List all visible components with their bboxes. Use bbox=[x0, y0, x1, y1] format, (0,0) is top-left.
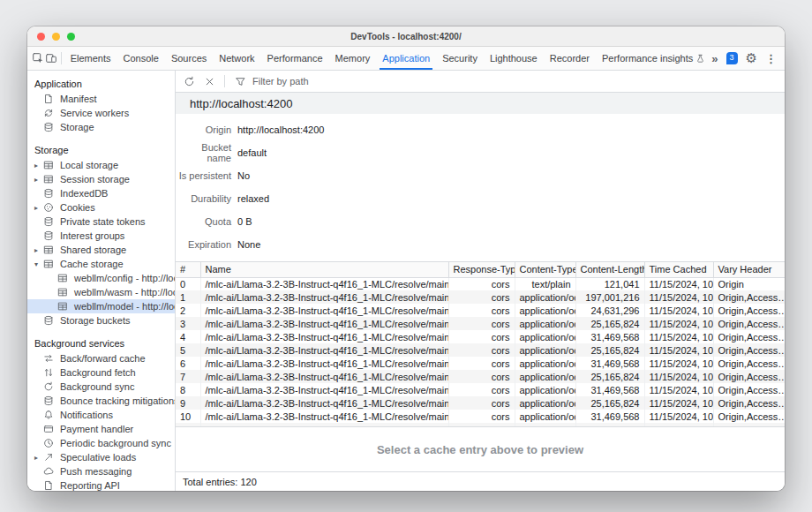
refresh-icon[interactable] bbox=[181, 73, 197, 89]
chevron-right-icon[interactable]: ▸ bbox=[34, 162, 43, 169]
cell-content-type: application/oc… bbox=[515, 290, 575, 304]
cell-vary-header: Origin bbox=[713, 277, 785, 290]
delete-icon[interactable] bbox=[201, 73, 217, 89]
console-messages-badge[interactable]: 3 bbox=[726, 52, 738, 64]
cell-name: /mlc-ai/Llama-3.2-3B-Instruct-q4f16_1-ML… bbox=[200, 343, 448, 357]
sidebar-item-periodic-background-sync[interactable]: Periodic background sync bbox=[27, 436, 175, 450]
sidebar-item-interest-groups[interactable]: Interest groups bbox=[27, 229, 175, 243]
sidebar-item-indexeddb[interactable]: IndexedDB bbox=[27, 186, 175, 200]
sidebar-item-reporting-api[interactable]: Reporting API bbox=[27, 478, 175, 491]
cell-content-type: application/oc… bbox=[515, 357, 575, 370]
tab-security[interactable]: Security bbox=[436, 47, 484, 70]
sync-arrows-icon bbox=[43, 381, 56, 393]
sidebar-item-session-storage[interactable]: ▸Session storage bbox=[27, 172, 175, 186]
cell-num: 5 bbox=[176, 343, 200, 357]
close-window-button[interactable] bbox=[37, 33, 45, 41]
sidebar-item-notifications[interactable]: Notifications bbox=[27, 408, 175, 422]
tab-elements[interactable]: Elements bbox=[64, 47, 117, 70]
column-header-name[interactable]: Name bbox=[200, 262, 448, 277]
cache-entry-row[interactable]: 10/mlc-ai/Llama-3.2-3B-Instruct-q4f16_1-… bbox=[176, 410, 785, 423]
tab-network[interactable]: Network bbox=[213, 47, 260, 70]
column-header-response-type[interactable]: Response-Type bbox=[448, 262, 515, 277]
chevron-right-icon[interactable]: ▸ bbox=[34, 454, 43, 462]
cache-entry-row[interactable]: 6/mlc-ai/Llama-3.2-3B-Instruct-q4f16_1-M… bbox=[176, 357, 785, 370]
sidebar-item-label: Cache storage bbox=[60, 259, 124, 269]
device-toolbar-icon[interactable] bbox=[45, 47, 59, 70]
sidebar-item-push-messaging[interactable]: Push messaging bbox=[27, 464, 175, 478]
cache-entry-row[interactable]: 2/mlc-ai/Llama-3.2-3B-Instruct-q4f16_1-M… bbox=[176, 304, 785, 317]
sidebar-item-back-forward-cache[interactable]: Back/forward cache bbox=[27, 351, 175, 365]
table-icon bbox=[57, 301, 71, 312]
tab-performance-insights[interactable]: Performance insights bbox=[596, 47, 711, 70]
sidebar-item-background-fetch[interactable]: Background fetch bbox=[27, 365, 175, 380]
cache-metadata: Originhttp://localhost:4200Bucket namede… bbox=[176, 114, 785, 261]
sidebar-item-webllm-wasm-http-loca[interactable]: webllm/wasm - http://loca… bbox=[27, 285, 175, 299]
section-title-storage: Storage bbox=[27, 141, 175, 158]
cache-entry-row[interactable]: 9/mlc-ai/Llama-3.2-3B-Instruct-q4f16_1-M… bbox=[176, 396, 785, 410]
sidebar-item-local-storage[interactable]: ▸Local storage bbox=[27, 158, 175, 172]
kebab-menu-icon[interactable]: ⋮ bbox=[765, 52, 777, 65]
sidebar-item-bounce-tracking-mitigations[interactable]: Bounce tracking mitigations bbox=[27, 394, 175, 408]
tab-performance[interactable]: Performance bbox=[261, 47, 329, 70]
chevron-right-icon[interactable]: ▸ bbox=[34, 246, 43, 254]
tab-recorder[interactable]: Recorder bbox=[544, 47, 596, 70]
cache-entry-row[interactable]: 1/mlc-ai/Llama-3.2-3B-Instruct-q4f16_1-M… bbox=[176, 290, 785, 304]
table-icon bbox=[43, 245, 56, 256]
cache-entry-row[interactable]: 8/mlc-ai/Llama-3.2-3B-Instruct-q4f16_1-M… bbox=[176, 383, 785, 396]
sidebar-item-label: Bounce tracking mitigations bbox=[60, 395, 175, 406]
meta-row-durability: Durabilityrelaxed bbox=[176, 187, 785, 210]
column-header-num[interactable]: # bbox=[176, 262, 200, 277]
inspect-icon[interactable] bbox=[31, 47, 45, 70]
zoom-window-button[interactable] bbox=[67, 33, 75, 41]
sidebar-item-shared-storage[interactable]: ▸Shared storage bbox=[27, 243, 175, 257]
more-tabs-icon[interactable]: » bbox=[711, 52, 718, 65]
cell-time-cached: 11/15/2024, 10… bbox=[644, 343, 713, 357]
sidebar-item-speculative-loads[interactable]: ▸Speculative loads bbox=[27, 450, 175, 464]
cache-entry-row[interactable]: 0/mlc-ai/Llama-3.2-3B-Instruct-q4f16_1-M… bbox=[176, 277, 785, 290]
column-header-content-length[interactable]: Content-Length bbox=[575, 262, 644, 277]
minimize-window-button[interactable] bbox=[52, 33, 60, 41]
cache-entry-row[interactable]: 3/mlc-ai/Llama-3.2-3B-Instruct-q4f16_1-M… bbox=[176, 317, 785, 330]
chevron-right-icon[interactable]: ▸ bbox=[34, 204, 43, 212]
filter-by-path-input[interactable] bbox=[252, 76, 455, 87]
sidebar-item-cookies[interactable]: ▸Cookies bbox=[27, 200, 175, 215]
sidebar-item-storage-buckets[interactable]: Storage buckets bbox=[27, 313, 175, 328]
settings-gear-icon[interactable]: ⚙ bbox=[746, 50, 757, 66]
sidebar-item-payment-handler[interactable]: Payment handler bbox=[27, 422, 175, 436]
cache-storage-panel: http://localhost:4200 Originhttp://local… bbox=[176, 71, 785, 491]
clock-icon bbox=[43, 438, 56, 449]
sidebar-item-label: Shared storage bbox=[60, 245, 126, 255]
table-icon bbox=[57, 273, 71, 284]
tab-label: Network bbox=[219, 53, 254, 64]
cookie-icon bbox=[43, 202, 56, 214]
filter-funnel-icon bbox=[232, 73, 248, 89]
sidebar-item-service-workers[interactable]: Service workers bbox=[27, 106, 175, 120]
cell-name: /mlc-ai/Llama-3.2-3B-Instruct-q4f16_1-ML… bbox=[200, 290, 448, 304]
cache-entry-row[interactable]: 7/mlc-ai/Llama-3.2-3B-Instruct-q4f16_1-M… bbox=[176, 370, 785, 383]
sidebar-item-private-state-tokens[interactable]: Private state tokens bbox=[27, 215, 175, 229]
cell-content-length: 31,469,568 bbox=[575, 383, 644, 396]
window-title: DevTools - localhost:4200/ bbox=[27, 32, 785, 41]
swap-arrows-icon bbox=[43, 353, 56, 365]
chevron-right-icon[interactable]: ▸ bbox=[34, 176, 43, 184]
tab-lighthouse[interactable]: Lighthouse bbox=[484, 47, 544, 70]
cache-entry-row[interactable]: 4/mlc-ai/Llama-3.2-3B-Instruct-q4f16_1-M… bbox=[176, 330, 785, 343]
column-header-vary-header[interactable]: Vary Header bbox=[713, 262, 785, 277]
sidebar-item-webllm-model-http-loc[interactable]: webllm/model - http://loc… bbox=[27, 299, 175, 313]
tab-application[interactable]: Application bbox=[376, 47, 436, 70]
column-header-time-cached[interactable]: Time Cached bbox=[644, 262, 713, 277]
tab-console[interactable]: Console bbox=[117, 47, 165, 70]
sidebar-item-background-sync[interactable]: Background sync bbox=[27, 380, 175, 394]
sidebar-item-webllm-config-http-loc[interactable]: webllm/config - http://loc… bbox=[27, 271, 175, 285]
cell-content-length: 25,165,824 bbox=[575, 396, 644, 410]
chevron-down-icon[interactable]: ▾ bbox=[34, 260, 43, 268]
tab-label: Performance bbox=[267, 53, 323, 64]
sidebar-item-storage[interactable]: Storage bbox=[27, 120, 175, 134]
column-header-content-type[interactable]: Content-Type bbox=[515, 262, 575, 277]
sidebar-item-cache-storage[interactable]: ▾Cache storage bbox=[27, 257, 175, 271]
tab-memory[interactable]: Memory bbox=[329, 47, 377, 70]
sidebar-item-manifest[interactable]: Manifest bbox=[27, 92, 175, 106]
service-worker-icon bbox=[43, 108, 56, 119]
tab-sources[interactable]: Sources bbox=[165, 47, 213, 70]
cache-entry-row[interactable]: 5/mlc-ai/Llama-3.2-3B-Instruct-q4f16_1-M… bbox=[176, 343, 785, 357]
